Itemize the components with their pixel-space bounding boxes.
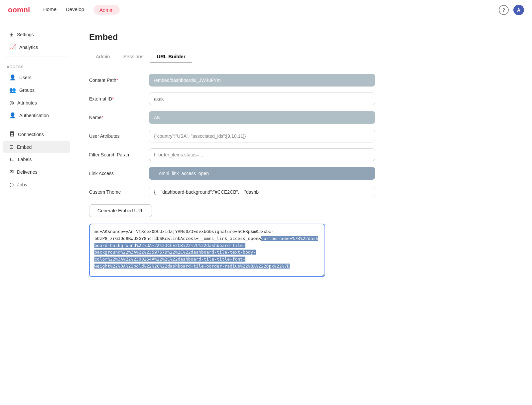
sidebar-item-analytics[interactable]: 📈 Analytics [3,41,70,53]
sidebar-item-label: Authentication [19,113,49,118]
layout: ⊞ Settings 📈 Analytics ACCESS 👤 Users 👥 … [0,20,532,405]
sidebar-item-users[interactable]: 👤 Users [3,71,70,84]
sidebar-divider-2 [5,125,67,125]
attributes-icon: ◎ [9,100,14,106]
settings-icon: ⊞ [9,31,14,38]
sidebar-item-label: Labels [18,157,32,162]
logo-accent: o [8,6,12,14]
nav-admin[interactable]: Admin [93,5,120,15]
filter-search-row: Filter Search Param [89,148,516,161]
analytics-icon: 📈 [9,44,16,50]
authentication-icon: 👤 [9,112,16,118]
sidebar-item-label: Analytics [19,45,38,50]
sidebar-item-connections[interactable]: 🗄 Connections [3,128,70,140]
filter-search-label: Filter Search Param [89,152,149,157]
external-id-row: External ID* [89,93,516,105]
nav-home[interactable]: Home [43,5,57,15]
sidebar-item-label: Users [19,75,32,80]
user-attributes-input[interactable] [149,130,375,142]
user-attributes-row: User Attributes [89,130,516,142]
name-label: Name* [89,115,149,120]
sidebar-item-settings[interactable]: ⊞ Settings [3,28,70,41]
custom-theme-input[interactable] [149,186,375,198]
url-output-box[interactable]: mc=AK&nonce=yAn-VtXcex0DCUxIdZjYANs0Z3Ed… [89,224,325,277]
custom-theme-label: Custom Theme [89,189,149,195]
sidebar-item-label: Connections [18,132,44,137]
content-path-label: Content Path* [89,78,149,83]
sidebar-item-label: Attributes [17,100,37,105]
topnav-right: ? A [499,5,524,15]
link-access-label: Link Access [89,171,149,176]
sidebar-item-label: Jobs [17,182,27,187]
sidebar-item-attributes[interactable]: ◎ Attributes [3,97,70,109]
link-access-input[interactable] [149,167,375,180]
tabs: Admin Sessions URL Builder [89,50,516,63]
access-section-label: ACCESS [0,60,73,71]
user-attributes-label: User Attributes [89,133,149,139]
custom-theme-row: Custom Theme [89,186,516,198]
tab-sessions[interactable]: Sessions [117,50,150,63]
sidebar-item-groups[interactable]: 👥 Groups [3,84,70,96]
tab-admin[interactable]: Admin [89,50,117,63]
sidebar-item-label: Settings [17,32,34,37]
nav-develop[interactable]: Develop [66,5,84,15]
page-title: Embed [89,32,516,42]
filter-search-input[interactable] [149,148,375,161]
groups-icon: 👥 [9,87,16,93]
users-icon: 👤 [9,74,16,81]
sidebar-item-deliveries[interactable]: ✉ Deliveries [3,166,70,178]
jobs-icon: ◌ [9,181,14,188]
content-path-input[interactable] [149,74,375,87]
embed-icon: ⊡ [9,144,14,150]
name-row: Name* [89,111,516,124]
sidebar-item-embed[interactable]: ⊡ Embed [3,141,70,153]
name-input[interactable] [149,111,375,124]
topnav-links: Home Develop Admin [43,5,499,15]
sidebar-item-label: Deliveries [17,169,37,175]
connections-icon: 🗄 [9,131,15,137]
logo: oomni [8,6,30,14]
sidebar-item-label: Embed [17,144,32,150]
labels-icon: 🏷 [9,156,15,162]
sidebar-item-labels[interactable]: 🏷 Labels [3,153,70,165]
topnav: oomni Home Develop Admin ? A [0,0,532,20]
sidebar-item-jobs[interactable]: ◌ Jobs [3,178,70,191]
deliveries-icon: ✉ [9,169,14,175]
generate-embed-url-button[interactable]: Generate Embed URL [89,204,152,217]
sidebar-item-label: Groups [19,88,35,93]
main-content: Embed Admin Sessions URL Builder Content… [73,20,532,405]
sidebar: ⊞ Settings 📈 Analytics ACCESS 👤 Users 👥 … [0,20,73,405]
avatar[interactable]: A [513,5,524,15]
external-id-label: External ID* [89,96,149,101]
content-path-row: Content Path* [89,74,516,87]
external-id-input[interactable] [149,93,375,105]
sidebar-item-authentication[interactable]: 👤 Authentication [3,109,70,121]
tab-url-builder[interactable]: URL Builder [150,50,192,63]
link-access-row: Link Access [89,167,516,180]
url-plain-text: mc=AK&nonce=yAn-VtXcex0DCUxIdZjYANs0Z3Ed… [94,229,274,241]
help-button[interactable]: ? [499,5,509,15]
sidebar-divider [5,57,67,57]
